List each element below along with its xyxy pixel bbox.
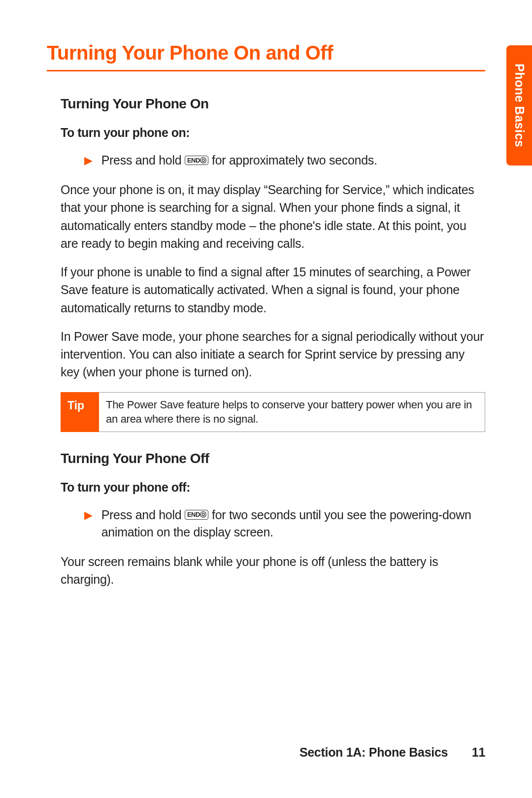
side-tab-label: Phone Basics [512, 64, 527, 147]
on-para-1: Once your phone is on, it may display “S… [61, 181, 485, 252]
page-content: Turning Your Phone On and Off Turning Yo… [0, 0, 532, 588]
end-key-icon: ENDⓞ [185, 156, 208, 166]
off-step-label: To turn your phone off: [61, 480, 485, 495]
off-para-1: Your screen remains blank while your pho… [61, 553, 485, 589]
on-bullet-item: ▶ Press and hold ENDⓞ for approximately … [84, 152, 485, 169]
off-bullet-text: Press and hold ENDⓞ for two seconds unti… [101, 506, 485, 541]
on-para-2: If your phone is unable to find a signal… [61, 263, 485, 317]
on-step-label: To turn your phone on: [61, 126, 485, 140]
tip-box: Tip The Power Save feature helps to cons… [61, 392, 485, 432]
on-bullet-pre: Press and hold [101, 153, 185, 167]
tip-text: The Power Save feature helps to conserve… [99, 392, 485, 432]
bullet-arrow-icon: ▶ [84, 153, 93, 168]
off-bullet-item: ▶ Press and hold ENDⓞ for two seconds un… [84, 506, 485, 541]
section-on-title: Turning Your Phone On [61, 96, 485, 112]
bullet-arrow-icon: ▶ [84, 508, 93, 523]
footer-section: Section 1A: Phone Basics [299, 745, 448, 759]
on-para-3: In Power Save mode, your phone searches … [61, 328, 485, 381]
end-key-icon: ENDⓞ [185, 510, 208, 520]
main-title: Turning Your Phone On and Off [47, 42, 485, 71]
footer-page-number: 11 [472, 745, 485, 759]
section-off-title: Turning Your Phone Off [61, 451, 485, 466]
page-footer: Section 1A: Phone Basics 11 [299, 745, 485, 760]
side-tab: Phone Basics [506, 45, 532, 166]
on-bullet-post: for approximately two seconds. [212, 153, 377, 167]
tip-label: Tip [61, 392, 99, 432]
content-area: Turning Your Phone On To turn your phone… [47, 96, 485, 588]
on-bullet-text: Press and hold ENDⓞ for approximately tw… [101, 152, 485, 169]
off-bullet-pre: Press and hold [101, 508, 185, 522]
